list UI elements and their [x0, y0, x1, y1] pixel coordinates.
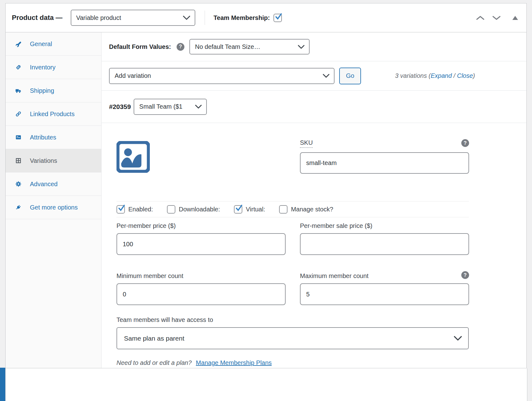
- downloadable-checkbox[interactable]: [167, 205, 175, 214]
- max-member-label: Maximum member count: [300, 272, 368, 280]
- attributes-card-icon: [15, 134, 22, 140]
- sidebar-item-get-more-options[interactable]: Get more options: [6, 196, 101, 219]
- link-icon: [15, 111, 22, 117]
- metabox-body: General Inventory Shipping: [6, 32, 526, 368]
- variation-id: #20359: [109, 103, 131, 111]
- check-icon: [235, 204, 243, 212]
- sku-label: SKU: [300, 139, 313, 148]
- downloadable-label: Downloadable:: [179, 206, 220, 213]
- metabox-header: Product data — Variable product Team Mem…: [6, 3, 526, 32]
- access-plan-value: Same plan as parent: [124, 335, 184, 342]
- manage-stock-label: Manage stock?: [291, 206, 333, 213]
- check-icon: [117, 204, 126, 212]
- enabled-checkbox[interactable]: [116, 205, 125, 214]
- move-up-icon[interactable]: [476, 15, 485, 21]
- summary-suffix: ): [473, 72, 475, 79]
- sidebar-item-general[interactable]: General: [6, 32, 101, 56]
- price-field: Per-member price ($): [116, 222, 286, 255]
- variations-summary: 3 variations (Expand / Close): [395, 72, 475, 79]
- help-tip-icon[interactable]: ?: [461, 139, 469, 147]
- sidebar-item-label: Inventory: [30, 64, 55, 71]
- expand-link[interactable]: Expand: [431, 72, 452, 79]
- product-type-select[interactable]: Variable product: [71, 10, 195, 26]
- sidebar-item-linked-products[interactable]: Linked Products: [6, 102, 101, 126]
- manage-membership-plans-link[interactable]: Manage Membership Plans: [196, 359, 272, 366]
- truck-icon: [15, 87, 22, 94]
- sidebar-item-variations[interactable]: Variations: [6, 149, 101, 172]
- manage-stock-checkbox[interactable]: [279, 205, 287, 214]
- enabled-checkbox-group[interactable]: Enabled:: [116, 205, 153, 214]
- metabox-controls: [476, 15, 518, 21]
- sku-head: SKU ?: [300, 139, 469, 148]
- variation-flags-row: Enabled: Downloadable: Virtual:: [116, 201, 469, 217]
- sidebar-item-label: Advanced: [30, 181, 58, 188]
- price-label: Per-member price ($): [116, 222, 176, 229]
- collapse-toggle-icon[interactable]: [512, 16, 518, 20]
- go-button[interactable]: Go: [339, 68, 361, 84]
- downloadable-checkbox-group[interactable]: Downloadable:: [167, 205, 220, 214]
- manage-stock-checkbox-group[interactable]: Manage stock?: [279, 205, 333, 214]
- plan-footer-question: Need to add or edit a plan?: [116, 359, 192, 366]
- sidebar-item-label: Get more options: [30, 204, 78, 211]
- plug-icon: [15, 204, 22, 210]
- product-data-metabox: Product data — Variable product Team Mem…: [5, 3, 527, 368]
- sidebar-item-shipping[interactable]: Shipping: [6, 79, 101, 102]
- product-data-tabs: General Inventory Shipping: [6, 32, 102, 368]
- next-metabox-partial: [5, 368, 527, 401]
- variation-header-row: #20359 Small Team ($1: [102, 91, 526, 123]
- default-form-values-row: Default Form Values: ? No default Team S…: [102, 32, 526, 61]
- variation-name-select[interactable]: Small Team ($1: [134, 99, 207, 115]
- chevron-down-icon: [454, 336, 462, 341]
- chevron-down-icon: [195, 105, 202, 109]
- image-placeholder-icon[interactable]: [116, 141, 150, 173]
- access-plan-select[interactable]: Same plan as parent: [116, 327, 469, 349]
- price-fields-grid: Per-member price ($) Per-member sale pri…: [116, 222, 469, 255]
- add-variation-select[interactable]: Add variation: [109, 68, 335, 84]
- sidebar-item-advanced[interactable]: Advanced: [6, 172, 101, 196]
- team-membership-checkbox[interactable]: [273, 14, 282, 22]
- virtual-checkbox[interactable]: [234, 205, 242, 214]
- partial-blue-element: [0, 368, 5, 401]
- woocommerce-product-data-page: Product data — Variable product Team Mem…: [0, 0, 532, 401]
- sidebar-item-attributes[interactable]: Attributes: [6, 126, 101, 149]
- header-divider: [205, 11, 205, 25]
- plan-footer: Need to add or edit a plan? Manage Membe…: [116, 359, 469, 366]
- summary-prefix: 3 variations (: [395, 72, 431, 79]
- price-input[interactable]: [116, 233, 286, 255]
- team-membership-toggle[interactable]: Team Membership:: [214, 14, 282, 22]
- virtual-label: Virtual:: [246, 206, 265, 213]
- max-member-input[interactable]: [300, 283, 469, 305]
- access-field: Team members will have access to Same pl…: [116, 316, 469, 349]
- move-down-icon[interactable]: [492, 15, 501, 21]
- max-member-field: Maximum member count ?: [300, 272, 469, 305]
- sale-price-field: Per-member sale price ($): [300, 222, 469, 255]
- sku-input[interactable]: [300, 152, 469, 174]
- variation-name-value: Small Team ($1: [139, 103, 183, 110]
- sale-price-label: Per-member sale price ($): [300, 222, 372, 229]
- variations-panel: Default Form Values: ? No default Team S…: [102, 32, 526, 368]
- team-membership-label: Team Membership:: [214, 14, 270, 21]
- min-member-label: Minimum member count: [116, 272, 183, 280]
- variation-toolbar-row: Add variation Go 3 variations (Expand / …: [102, 61, 526, 91]
- default-form-values-label: Default Form Values:: [109, 43, 171, 50]
- sidebar-item-label: Attributes: [30, 134, 56, 141]
- member-count-grid: Minimum member count Maximum member coun…: [116, 272, 469, 305]
- gear-icon: [15, 181, 22, 187]
- sidebar-item-label: General: [30, 40, 52, 48]
- media-sku-grid: SKU ?: [116, 141, 469, 174]
- close-link[interactable]: Close: [457, 72, 473, 79]
- default-team-size-select[interactable]: No default Team Size…: [189, 39, 310, 54]
- max-member-label-row: Maximum member count ?: [300, 272, 469, 280]
- sidebar-item-label: Shipping: [30, 87, 54, 94]
- help-tip-icon[interactable]: ?: [461, 271, 469, 279]
- help-tip-icon[interactable]: ?: [177, 43, 184, 51]
- sidebar-item-inventory[interactable]: Inventory: [6, 56, 101, 79]
- sale-price-input[interactable]: [300, 233, 469, 255]
- default-team-size-value: No default Team Size…: [195, 43, 260, 50]
- chevron-down-icon: [323, 74, 330, 78]
- sidebar-item-label: Linked Products: [30, 111, 74, 118]
- divider: [116, 217, 469, 217]
- virtual-checkbox-group[interactable]: Virtual:: [234, 205, 265, 214]
- min-member-field: Minimum member count: [116, 272, 286, 305]
- min-member-input[interactable]: [116, 283, 286, 305]
